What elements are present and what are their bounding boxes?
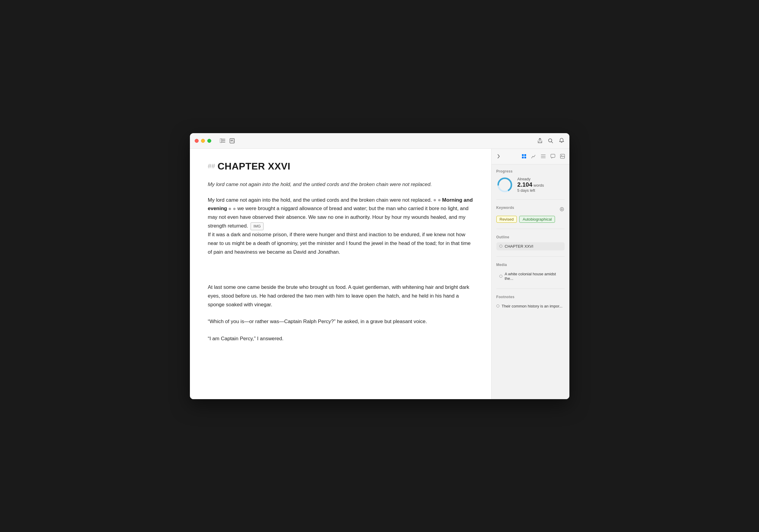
sidebar-toolbar bbox=[492, 149, 569, 164]
outline-label: Outline bbox=[497, 235, 565, 239]
comment-dot-1 bbox=[434, 199, 436, 201]
divider-1 bbox=[497, 199, 565, 200]
sidebar: Progress Already 2.104 wo bbox=[491, 149, 569, 399]
titlebar bbox=[190, 133, 569, 149]
comment-dot-3 bbox=[229, 208, 231, 210]
subtitle: My lord came not again into the hold, an… bbox=[208, 182, 473, 187]
sidebar-toggle-icon[interactable] bbox=[220, 138, 226, 144]
bold-phrase: Morning and evening bbox=[208, 197, 473, 212]
media-item[interactable]: A white colonial house amidst the... bbox=[497, 270, 565, 282]
keywords-label: Keywords bbox=[497, 206, 514, 210]
outline-section: Outline CHAPTER XXVI bbox=[497, 235, 565, 250]
outline-item-text: CHAPTER XXVI bbox=[505, 244, 533, 249]
traffic-lights bbox=[195, 139, 211, 143]
footnotes-section: Footnotes Their common history is an imp… bbox=[497, 295, 565, 310]
paragraph-4: “I am Captain Percy,” I answered. bbox=[208, 335, 473, 343]
sidebar-chevron-right-icon[interactable] bbox=[495, 153, 502, 160]
svg-line-9 bbox=[551, 142, 553, 143]
svg-rect-10 bbox=[522, 154, 524, 156]
fullscreen-button[interactable] bbox=[207, 139, 211, 143]
svg-rect-0 bbox=[220, 139, 222, 143]
footnote-dot bbox=[497, 305, 499, 307]
progress-words: 2.104 words bbox=[517, 181, 544, 188]
heading-hash: ## bbox=[208, 162, 215, 170]
main-area: ## CHAPTER XXVI My lord came not again i… bbox=[190, 149, 569, 399]
progress-words-value: 2.104 bbox=[517, 181, 533, 188]
progress-info: Already 2.104 words 5 days left bbox=[517, 177, 544, 193]
media-item-text: A white colonial house amidst the... bbox=[505, 272, 562, 281]
paragraph-2: At last some one came beside the brute w… bbox=[208, 283, 473, 309]
search-icon[interactable] bbox=[548, 138, 554, 144]
chapter-heading-wrapper: ## CHAPTER XXVI bbox=[208, 161, 473, 172]
keywords-section: Keywords Revised Autobiographical bbox=[497, 206, 565, 223]
footnote-item-text: Their common history is an impor... bbox=[502, 304, 563, 308]
chart-icon[interactable] bbox=[530, 153, 537, 160]
svg-rect-13 bbox=[524, 157, 526, 158]
keywords-list: Revised Autobiographical bbox=[497, 216, 565, 223]
paragraph-3: “Which of you is—or rather was—Captain R… bbox=[208, 317, 473, 326]
keywords-header: Keywords bbox=[497, 206, 565, 213]
titlebar-right bbox=[537, 138, 565, 144]
media-section: Media A white colonial house amidst the.… bbox=[497, 263, 565, 282]
divider-4 bbox=[497, 289, 565, 289]
comment-dot-4 bbox=[233, 208, 236, 210]
divider-3 bbox=[497, 256, 565, 257]
grid-view-icon[interactable] bbox=[521, 153, 527, 160]
progress-label: Progress bbox=[497, 169, 565, 174]
image-view-icon[interactable] bbox=[559, 153, 566, 160]
keyword-revised[interactable]: Revised bbox=[497, 216, 517, 223]
svg-rect-12 bbox=[522, 157, 524, 158]
progress-days-left: 5 days left bbox=[517, 188, 544, 193]
spacer bbox=[208, 265, 473, 283]
progress-already-label: Already bbox=[517, 177, 544, 181]
minimize-button[interactable] bbox=[201, 139, 205, 143]
progress-section: Progress Already 2.104 wo bbox=[497, 169, 565, 193]
share-icon[interactable] bbox=[537, 138, 543, 144]
progress-circle bbox=[497, 177, 513, 193]
paragraph-1: My lord came not again into the hold, an… bbox=[208, 196, 473, 257]
svg-rect-17 bbox=[551, 154, 555, 157]
chapter-title: CHAPTER XXVI bbox=[218, 161, 290, 172]
close-button[interactable] bbox=[195, 139, 199, 143]
footnotes-label: Footnotes bbox=[497, 295, 565, 299]
footnote-item[interactable]: Their common history is an impor... bbox=[497, 302, 565, 310]
comment-dot-2 bbox=[438, 199, 441, 201]
outline-dot bbox=[499, 245, 502, 248]
app-window: ## CHAPTER XXVI My lord came not again i… bbox=[190, 133, 569, 399]
comment-view-icon[interactable] bbox=[549, 153, 556, 160]
notifications-icon[interactable] bbox=[559, 138, 565, 144]
sidebar-content: Progress Already 2.104 wo bbox=[492, 164, 569, 315]
media-dot bbox=[499, 275, 502, 278]
keyword-autobiographical[interactable]: Autobiographical bbox=[519, 216, 555, 223]
media-label: Media bbox=[497, 263, 565, 267]
editor-area[interactable]: ## CHAPTER XXVI My lord came not again i… bbox=[190, 149, 491, 399]
progress-words-label: words bbox=[534, 183, 544, 187]
sidebar-toolbar-icons bbox=[521, 153, 566, 160]
titlebar-left bbox=[195, 138, 235, 144]
add-keyword-button[interactable] bbox=[559, 207, 565, 212]
progress-circle-wrapper: Already 2.104 words 5 days left bbox=[497, 177, 565, 193]
svg-rect-11 bbox=[524, 154, 526, 156]
outline-item[interactable]: CHAPTER XXVI bbox=[497, 242, 565, 250]
list-view-icon[interactable] bbox=[540, 153, 546, 160]
sidebar-toolbar-left bbox=[495, 153, 502, 160]
compose-icon[interactable] bbox=[229, 138, 235, 144]
divider-2 bbox=[497, 229, 565, 229]
img-tag[interactable]: IMG bbox=[251, 223, 263, 230]
